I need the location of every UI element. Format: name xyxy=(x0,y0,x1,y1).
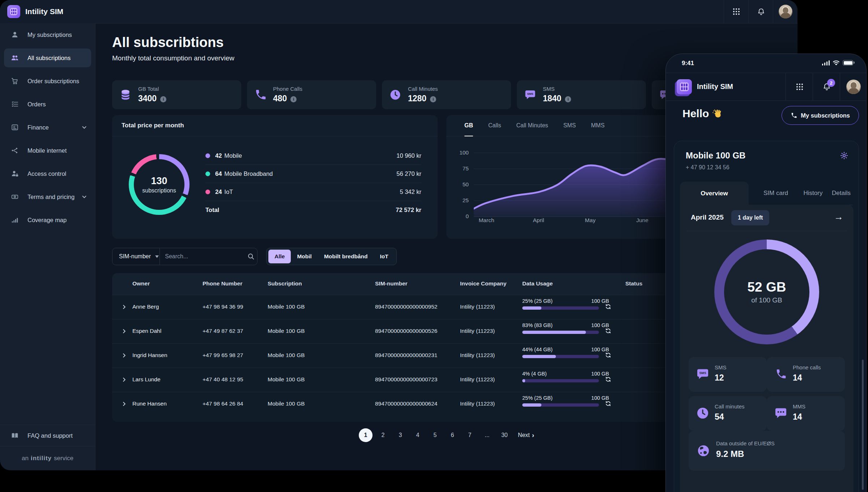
legend-row-mobile-broadband: 64 Mobile Broadband 56 270 kr xyxy=(205,165,421,183)
price-legend: 42 Mobile 10 960 kr 64 Mobile Broadband … xyxy=(205,147,421,219)
page-title: All subscribtions xyxy=(112,35,224,50)
phone-notifications-button[interactable]: 2 xyxy=(813,73,840,101)
info-icon[interactable]: i xyxy=(565,96,571,102)
usage-progress-bar xyxy=(522,403,599,407)
page-button-7[interactable]: 7 xyxy=(463,428,477,442)
legend-dot xyxy=(205,171,210,176)
data-usage-cell: 4% (4 GB)100 GB xyxy=(522,371,616,382)
sidebar: My subscriptions All subscriptions Order… xyxy=(0,23,95,470)
chart-tab-gb[interactable]: GB xyxy=(464,115,473,136)
intility-brand: intility xyxy=(31,455,52,462)
phone-mockup: 9:41 Intility SIM 2 xyxy=(665,54,867,492)
tab-details[interactable]: Details xyxy=(829,182,854,205)
sidebar-item-access-control[interactable]: Access control xyxy=(0,162,95,185)
grid-icon xyxy=(732,8,740,16)
info-icon[interactable]: i xyxy=(160,96,166,102)
refresh-icon[interactable] xyxy=(605,400,611,407)
refresh-icon[interactable] xyxy=(605,328,611,334)
phone-stat-mms: MMS 14 xyxy=(767,396,845,431)
sidebar-item-my-subscriptions[interactable]: My subscriptions xyxy=(0,23,95,46)
sms-bubble-icon: SMS xyxy=(696,367,710,381)
phone-scrollbar[interactable] xyxy=(862,360,864,490)
data-usage-cell: 25% (25 GB)100 GB xyxy=(522,298,616,310)
refresh-icon[interactable] xyxy=(605,376,611,382)
apps-grid-button[interactable] xyxy=(724,0,749,23)
sidebar-item-all-subscriptions[interactable]: All subscriptions xyxy=(4,48,91,67)
user-avatar xyxy=(779,5,792,18)
sidebar-item-coverage-map[interactable]: Coverage map xyxy=(0,208,95,232)
search-input[interactable] xyxy=(160,248,245,265)
phone-user-menu-button[interactable] xyxy=(840,73,867,101)
phone-icon xyxy=(254,89,267,101)
stat-card-gb-total: GB Total 3400i xyxy=(112,80,241,109)
segment-mobilt-bredband[interactable]: Mobilt bredbånd xyxy=(318,250,374,263)
refresh-icon[interactable] xyxy=(605,304,611,310)
waving-hand-icon xyxy=(712,109,723,119)
chart-tab-calls[interactable]: Calls xyxy=(488,115,501,136)
refresh-icon[interactable] xyxy=(605,352,611,358)
info-icon[interactable]: i xyxy=(290,96,297,102)
battery-icon xyxy=(843,60,853,65)
sidebar-item-faq-and-support[interactable]: FAQ and support xyxy=(0,425,95,446)
my-subscriptions-button[interactable]: My subscriptions xyxy=(782,106,859,125)
info-icon[interactable]: i xyxy=(430,96,436,102)
chevron-right-icon[interactable] xyxy=(122,401,127,407)
usage-progress-bar xyxy=(522,306,599,310)
sms-bubble-icon: SMS xyxy=(524,89,536,101)
app-logo-sim-icon xyxy=(677,79,692,94)
page-button-2[interactable]: 2 xyxy=(376,428,390,442)
segment-iot[interactable]: IoT xyxy=(374,250,394,263)
chevron-right-icon[interactable] xyxy=(122,353,127,358)
gear-icon[interactable] xyxy=(840,151,848,160)
page-button-3[interactable]: 3 xyxy=(393,428,407,442)
notifications-button[interactable] xyxy=(748,0,773,23)
wifi-icon xyxy=(833,60,840,65)
sidebar-item-orders[interactable]: Orders xyxy=(0,93,95,116)
plan-name: Mobile 100 GB xyxy=(686,150,745,161)
chevron-right-icon[interactable] xyxy=(122,377,127,382)
chart-tab-call-minutes[interactable]: Call Minutes xyxy=(516,115,548,136)
phone-apps-grid-button[interactable] xyxy=(786,73,813,101)
chart-tab-sms[interactable]: SMS xyxy=(563,115,576,136)
chevron-right-icon[interactable] xyxy=(122,328,127,334)
subscriptions-donut-chart: 130 subscriptions xyxy=(129,154,190,215)
x-tick-april: April xyxy=(533,217,544,224)
data-usage-cell: 44% (44 GB)100 GB xyxy=(522,347,616,358)
database-icon xyxy=(119,89,132,101)
page-button-6[interactable]: 6 xyxy=(446,428,459,442)
grid-icon xyxy=(796,83,804,91)
data-usage-cell: 83% (83 GB)100 GB xyxy=(522,322,616,334)
segment-mobil[interactable]: Mobil xyxy=(291,250,318,263)
plan-phone-number: + 47 90 12 34 56 xyxy=(686,164,729,171)
sidebar-footer: FAQ and support anintilityservice xyxy=(0,425,95,470)
tab-overview[interactable]: Overview xyxy=(680,182,749,205)
svg-text:SMS: SMS xyxy=(699,371,706,375)
clock-icon xyxy=(696,406,710,420)
sidebar-item-mobile-internet[interactable]: Mobile internet xyxy=(0,139,95,162)
phone-icon xyxy=(774,367,788,381)
user-menu-button[interactable] xyxy=(773,0,797,23)
search-button[interactable] xyxy=(245,253,257,260)
x-tick-june: June xyxy=(636,217,648,224)
page-button-30[interactable]: 30 xyxy=(498,428,511,442)
stat-value: 1840 xyxy=(543,94,561,103)
sidebar-item-terms-and-pricing[interactable]: Terms and pricing xyxy=(0,185,95,208)
signal-bars-icon xyxy=(11,216,19,224)
arrow-right-icon[interactable]: → xyxy=(834,211,843,222)
tab-history[interactable]: History xyxy=(799,182,827,205)
network-icon xyxy=(11,147,19,154)
page-button-4[interactable]: 4 xyxy=(411,428,425,442)
segment-alle[interactable]: Alle xyxy=(268,250,291,263)
next-page-button[interactable]: Next› xyxy=(518,431,534,439)
sim-number-dropdown[interactable]: SIM-number xyxy=(112,248,160,265)
chevron-right-icon[interactable] xyxy=(122,304,127,310)
sidebar-item-order-subscriptions[interactable]: Order subscriptions xyxy=(0,69,95,93)
ring-label: of 100 GB xyxy=(751,296,782,304)
chart-tab-mms[interactable]: MMS xyxy=(591,115,604,136)
page-button-1[interactable]: 1 xyxy=(359,428,373,442)
donut-center-value: 130 xyxy=(151,175,167,187)
x-tick-march: March xyxy=(478,217,494,224)
sidebar-item-finance[interactable]: Finance xyxy=(0,116,95,139)
page-button-5[interactable]: 5 xyxy=(428,428,442,442)
tab-sim-card[interactable]: SIM card xyxy=(760,182,792,205)
